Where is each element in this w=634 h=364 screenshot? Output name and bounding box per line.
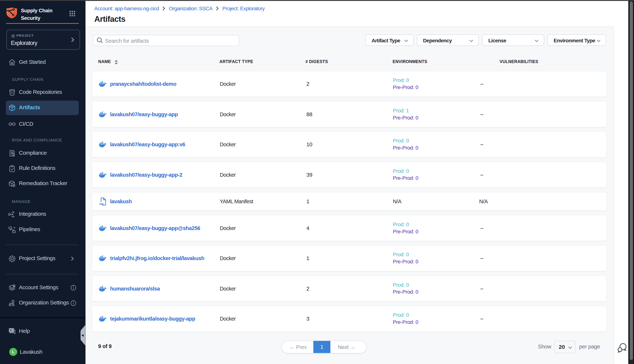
svg-text:YML: YML xyxy=(99,203,104,206)
svg-text:?: ? xyxy=(10,329,12,332)
